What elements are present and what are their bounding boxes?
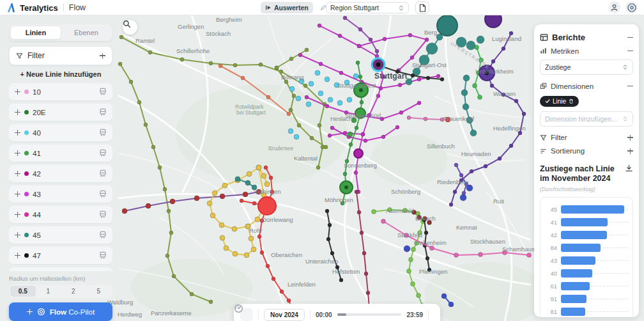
bus-icon-wrap[interactable] <box>99 108 107 117</box>
line-row-47[interactable]: 47 <box>9 247 112 264</box>
expand-line-icon[interactable] <box>15 232 20 238</box>
top-bar: Teralytics Flow Auswerten Editieren Regi… <box>0 0 644 15</box>
chart-row-91: 91 <box>543 293 628 306</box>
expand-icon[interactable] <box>627 148 633 154</box>
time-start-label: 00:00 <box>316 311 332 318</box>
chart-bar <box>561 282 590 290</box>
divider <box>310 309 310 320</box>
filter-card[interactable]: Filter <box>9 46 112 65</box>
bus-icon <box>99 149 107 157</box>
tab-ebenen[interactable]: Ebenen <box>61 26 111 40</box>
auswerten-button[interactable]: Auswerten <box>261 2 313 13</box>
line-color-dot <box>24 151 29 155</box>
sortierung-section-header[interactable]: Sortierung <box>540 145 633 158</box>
chevron-updown-icon <box>622 64 628 70</box>
bus-icon-wrap[interactable] <box>99 210 107 219</box>
flow-copilot-button[interactable]: Flow Co-Pilot <box>9 302 112 321</box>
date-picker-button[interactable]: Nov 2024 <box>264 309 305 321</box>
line-row-41[interactable]: 41 <box>9 145 112 162</box>
expand-icon[interactable] <box>627 135 633 141</box>
copilot-label-bold: Flow <box>50 308 66 316</box>
dimensions-icon <box>540 82 547 90</box>
map-search-button[interactable] <box>123 20 137 35</box>
chart-row-40: 40 <box>543 267 628 280</box>
brand-name: Teralytics <box>20 3 58 13</box>
expand-line-icon[interactable] <box>15 212 20 217</box>
expand-line-icon[interactable] <box>15 150 20 156</box>
line-color-dot <box>24 253 29 258</box>
trash-icon[interactable] <box>569 98 574 104</box>
dimension-tag-linie[interactable]: Linie <box>540 96 579 107</box>
settings-button[interactable] <box>625 1 638 13</box>
bus-icon <box>99 251 107 259</box>
metriken-section-header[interactable]: Metriken <box>540 44 633 58</box>
tab-linien[interactable]: Linien <box>10 26 61 40</box>
line-row-10[interactable]: 10 <box>9 83 112 100</box>
line-row-45[interactable]: 45 <box>9 226 112 244</box>
line-row-20E[interactable]: 20E <box>9 104 112 121</box>
bus-icon-wrap[interactable] <box>99 231 107 240</box>
expand-line-icon[interactable] <box>15 171 20 176</box>
chart-row-84: 84 <box>543 242 628 254</box>
collapse-icon[interactable] <box>627 86 633 87</box>
dimension-add-placeholder: Dimension hinzufügen... <box>545 115 617 123</box>
bus-icon-wrap[interactable] <box>99 251 107 260</box>
collapse-icon[interactable] <box>627 37 633 38</box>
bus-icon-wrap[interactable] <box>99 149 107 158</box>
report-document-button[interactable] <box>415 1 429 14</box>
radius-option-2[interactable]: 2 <box>61 286 86 297</box>
download-icon[interactable] <box>625 164 633 173</box>
bus-icon-wrap[interactable] <box>99 169 107 178</box>
filter-section-header[interactable]: Filter <box>540 131 633 145</box>
chart-bar <box>561 256 595 265</box>
radius-option-1[interactable]: 1 <box>36 286 61 297</box>
line-row-40[interactable]: 40 <box>9 124 112 141</box>
chart-category-label: 81 <box>543 308 557 315</box>
chevron-updown-icon <box>622 116 628 122</box>
chart-category-label: 43 <box>543 257 557 264</box>
chart-bar <box>561 308 585 316</box>
line-row-44[interactable]: 44 <box>9 206 112 223</box>
bus-icon-wrap[interactable] <box>99 129 107 137</box>
copilot-label-rest: Co-Pilot <box>68 308 95 316</box>
radius-option-5[interactable]: 5 <box>86 286 112 297</box>
line-label: 41 <box>33 150 95 157</box>
dimensionen-section-header[interactable]: Dimensionen <box>540 79 633 93</box>
expand-line-icon[interactable] <box>15 130 20 136</box>
metric-select[interactable]: Zustiege <box>540 59 633 75</box>
chart-bar <box>561 244 601 252</box>
bus-icon-wrap[interactable] <box>99 88 107 97</box>
berichte-section-header[interactable]: Berichte <box>540 31 633 44</box>
chart-row-45: 45 <box>543 203 628 216</box>
line-label: 47 <box>33 252 95 260</box>
line-row-43[interactable]: 43 <box>9 185 112 203</box>
chart-category-label: 84 <box>543 244 557 251</box>
new-line-button[interactable]: + Neue Linie hinzufügen <box>9 65 112 83</box>
line-row-partial[interactable] <box>9 267 112 271</box>
bus-icon <box>99 108 107 116</box>
time-slider-fill <box>337 313 346 316</box>
expand-line-icon[interactable] <box>15 89 20 95</box>
expand-line-icon[interactable] <box>15 191 20 197</box>
collapse-icon[interactable] <box>627 51 633 52</box>
left-sidebar: Linien Ebenen Filter + Neue Linie hinzuf… <box>9 24 112 321</box>
brand: Teralytics Flow <box>6 0 86 15</box>
chart-bar <box>561 218 608 226</box>
line-row-42[interactable]: 42 <box>9 165 112 182</box>
expand-line-icon[interactable] <box>15 109 20 115</box>
chart-category-label: 91 <box>543 295 557 302</box>
divider <box>63 4 64 12</box>
bus-icon-wrap[interactable] <box>99 190 107 199</box>
region-select[interactable]: Region Stuttgart <box>326 2 409 13</box>
expand-line-icon[interactable] <box>15 253 20 258</box>
dimension-add-select[interactable]: Dimension hinzufügen... <box>540 111 633 127</box>
time-slider[interactable] <box>337 313 402 316</box>
line-label: 10 <box>33 88 95 96</box>
user-account-button[interactable] <box>608 1 620 13</box>
topbar-right-icons <box>608 1 638 13</box>
add-filter-icon[interactable] <box>100 53 105 59</box>
document-icon <box>419 4 426 12</box>
chart-subtitle: (Durchschnittswerktag) <box>540 186 633 192</box>
time-end-label: 23:59 <box>406 311 423 318</box>
radius-option-0.5[interactable]: 0.5 <box>10 286 36 297</box>
